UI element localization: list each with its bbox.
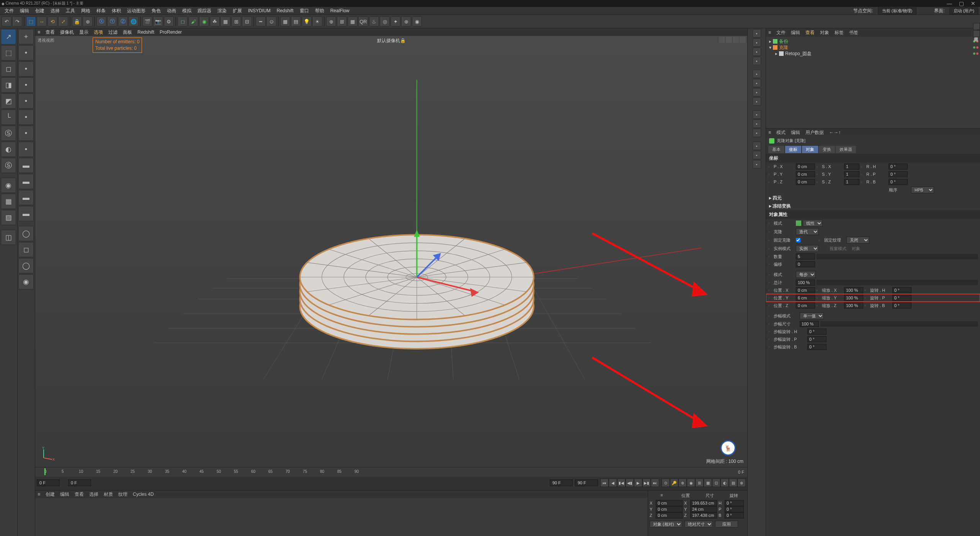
toolbar-btn-36[interactable]: ⊕ bbox=[326, 16, 336, 26]
toolbar-btn-44[interactable]: ◉ bbox=[412, 16, 422, 26]
toolbar-btn-5[interactable]: ⟲ bbox=[47, 16, 57, 26]
toolbar-btn-22[interactable]: ◉ bbox=[199, 16, 209, 26]
menu-文件[interactable]: 文件 bbox=[2, 8, 17, 14]
objpanel-tab-对象[interactable]: 对象 bbox=[820, 29, 829, 36]
toolbar-btn-23[interactable]: ☘ bbox=[210, 16, 220, 26]
menu-跟踪器[interactable]: 跟踪器 bbox=[194, 8, 214, 14]
inst-select[interactable]: 实例 bbox=[796, 245, 819, 252]
total-input[interactable] bbox=[796, 279, 815, 286]
left-tool-lt2-1[interactable]: • bbox=[18, 45, 34, 60]
menu-渲染[interactable]: 渲染 bbox=[214, 8, 230, 14]
subtab-变换[interactable]: 变换 bbox=[819, 146, 835, 153]
right-icon-8[interactable]: ▪ bbox=[753, 110, 761, 119]
step-select[interactable]: 单一值 bbox=[800, 312, 824, 319]
toolbar-btn-8[interactable]: 🔒 bbox=[72, 16, 82, 26]
right-icon-2[interactable]: ▪ bbox=[753, 47, 761, 56]
subtab-效果器[interactable]: 效果器 bbox=[836, 146, 856, 153]
menu-帮助[interactable]: 帮助 bbox=[312, 8, 327, 14]
toolbar-btn-16[interactable]: 🎬 bbox=[142, 16, 152, 26]
left-tool-lt2-10[interactable]: ▬ bbox=[18, 190, 34, 205]
toolbar-btn-41[interactable]: ◎ bbox=[380, 16, 390, 26]
transport-btn-4[interactable]: ▶ bbox=[634, 479, 642, 487]
size-mode-select[interactable]: 绝对尺寸 bbox=[684, 521, 713, 528]
toolbar-btn-4[interactable]: ↔ bbox=[37, 16, 47, 26]
transport-btn-5[interactable]: ▶▮ bbox=[642, 479, 651, 487]
left-tool-lt2-5[interactable]: • bbox=[18, 109, 34, 125]
menu-角色[interactable]: 角色 bbox=[149, 8, 164, 14]
toolbar-btn-14[interactable]: 🌐 bbox=[129, 16, 139, 26]
toolbar-btn-17[interactable]: 📷 bbox=[153, 16, 163, 26]
material-panel[interactable] bbox=[35, 498, 648, 536]
toolbar-btn-38[interactable]: ▦ bbox=[348, 16, 358, 26]
left-tool-lt1-6[interactable]: Ⓢ bbox=[1, 126, 16, 141]
toolbar-btn-26[interactable]: ⊟ bbox=[242, 16, 252, 26]
toolbar-btn-0[interactable]: ↶ bbox=[2, 16, 11, 26]
subtab-坐标[interactable]: 坐标 bbox=[785, 146, 801, 153]
left-tool-lt1-8[interactable]: Ⓢ bbox=[1, 158, 16, 173]
stepsize-input[interactable] bbox=[800, 321, 819, 327]
transport-btn-6[interactable]: ⏭ bbox=[651, 479, 659, 487]
frame-current[interactable]: 0 F bbox=[68, 479, 91, 486]
transport-btn-16[interactable]: ▤ bbox=[729, 479, 737, 487]
left-tool-lt2-11[interactable]: ▬ bbox=[18, 206, 34, 221]
left-tool-lt1-4[interactable]: ◩ bbox=[1, 93, 16, 109]
menu-选择[interactable]: 选择 bbox=[47, 8, 63, 14]
transport-btn-11[interactable]: ◉ bbox=[687, 479, 695, 487]
toolbar-btn-33[interactable]: 💡 bbox=[302, 16, 312, 26]
left-tool-lt2-7[interactable]: • bbox=[18, 142, 34, 157]
toolbar-btn-13[interactable]: Ⓩ bbox=[118, 16, 128, 26]
toolbar-btn-40[interactable]: ♨ bbox=[369, 16, 379, 26]
subtab-对象[interactable]: 对象 bbox=[802, 146, 818, 153]
tree-row-克隆[interactable]: ▾克隆 bbox=[768, 44, 978, 51]
menu-icon[interactable]: ≡ bbox=[38, 492, 40, 497]
nav-fwd-icon[interactable]: → bbox=[834, 130, 838, 135]
transport-btn-9[interactable]: 🔑 bbox=[670, 479, 678, 487]
scale-input[interactable] bbox=[844, 287, 863, 293]
stepsize-slider[interactable] bbox=[820, 321, 978, 327]
attr-tab-模式[interactable]: 模式 bbox=[776, 129, 786, 136]
toolbar-btn-42[interactable]: ✦ bbox=[390, 16, 400, 26]
transport-btn-8[interactable]: ⊙ bbox=[662, 479, 670, 487]
right-icon-13[interactable]: ▪ bbox=[753, 160, 761, 168]
vp-menu-ProRender[interactable]: ProRender bbox=[160, 29, 182, 35]
bottom-tab-创建[interactable]: 创建 bbox=[46, 491, 55, 498]
toolbar-btn-32[interactable]: ▤ bbox=[291, 16, 301, 26]
bottom-tab-选择[interactable]: 选择 bbox=[89, 491, 98, 498]
menu-扩展[interactable]: 扩展 bbox=[230, 8, 245, 14]
rot-input[interactable] bbox=[892, 295, 911, 301]
timeline[interactable]: 0 F 051015202530354045505560657075808590 bbox=[35, 467, 747, 477]
maximize-button[interactable]: ▢ bbox=[959, 0, 964, 7]
mode2-select[interactable]: 每步 bbox=[796, 271, 816, 278]
transport-btn-15[interactable]: ◐ bbox=[720, 479, 729, 487]
left-tool-lt1-10[interactable]: ◉ bbox=[1, 178, 16, 193]
transport-btn-3[interactable]: ◀▮ bbox=[626, 479, 634, 487]
right-icon-5[interactable]: ▪ bbox=[753, 79, 761, 87]
toolbar-btn-12[interactable]: Ⓨ bbox=[107, 16, 117, 26]
menu-窗口[interactable]: 窗口 bbox=[297, 8, 312, 14]
mode-select[interactable]: 线性 bbox=[803, 220, 823, 227]
frame-end2[interactable]: 90 F bbox=[575, 479, 598, 486]
nav-back-icon[interactable]: ← bbox=[829, 130, 834, 135]
left-tool-lt2-3[interactable]: • bbox=[18, 77, 34, 93]
left-tool-lt2-6[interactable]: • bbox=[18, 126, 34, 141]
attr-tab-用户数据[interactable]: 用户数据 bbox=[805, 129, 824, 136]
sidetab-builder[interactable]: 构建 bbox=[973, 23, 980, 30]
vp-menu-面板[interactable]: 面板 bbox=[123, 29, 132, 36]
scale-input[interactable] bbox=[844, 302, 863, 309]
frame-start[interactable]: 0 F bbox=[37, 479, 60, 486]
transport-btn-10[interactable]: ⊕ bbox=[678, 479, 687, 487]
transport-btn-13[interactable]: ▦ bbox=[704, 479, 712, 487]
vp-menu-过滤[interactable]: 过滤 bbox=[108, 29, 118, 36]
transport-btn-2[interactable]: ▮◀ bbox=[617, 479, 626, 487]
pos-input[interactable] bbox=[796, 302, 815, 309]
pos-input[interactable] bbox=[796, 287, 815, 293]
vp-menu-显示[interactable]: 显示 bbox=[79, 29, 88, 36]
left-tool-lt2-15[interactable]: ◯ bbox=[18, 258, 34, 273]
right-icon-0[interactable]: ▪ bbox=[753, 29, 761, 38]
bottom-tab-纹理[interactable]: 纹理 bbox=[118, 491, 127, 498]
right-icon-3[interactable]: ▪ bbox=[753, 57, 761, 65]
menu-模拟[interactable]: 模拟 bbox=[179, 8, 194, 14]
close-button[interactable]: ✕ bbox=[971, 0, 975, 7]
menu-动画[interactable]: 动画 bbox=[164, 8, 179, 14]
transport-btn-14[interactable]: ⊡ bbox=[712, 479, 720, 487]
